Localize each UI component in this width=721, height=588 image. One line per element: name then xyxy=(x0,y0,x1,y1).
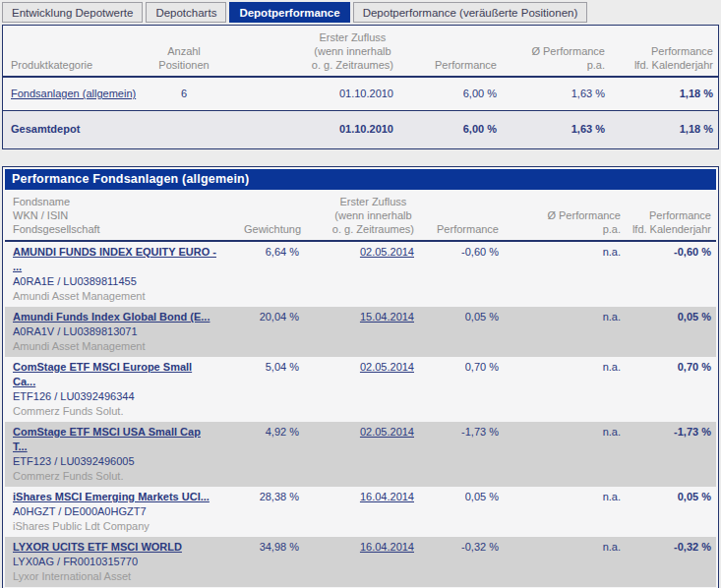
wkn-isin: A0RA1E / LU0389811455 xyxy=(13,274,234,289)
first-inflow-link[interactable]: 02.05.2014 xyxy=(360,426,414,438)
fund-name-link[interactable]: ComStage ETF MSCI Europe Small Ca... xyxy=(13,360,234,389)
tab-bar: Entwicklung DepotwerteDepotchartsDepotpe… xyxy=(0,0,721,23)
column-header: Erster Zufluss (wenn innerhalb o. g. Zei… xyxy=(304,190,419,241)
weight-cell: 4,92 % xyxy=(239,422,304,487)
fund-name-link[interactable]: ComStage ETF MSCI USA Small Cap T... xyxy=(13,425,234,454)
category-cell: Gesamtdepot xyxy=(3,111,150,149)
first-inflow-cell: 01.10.2010 xyxy=(217,111,398,149)
detail-panel-title: Performance Fondsanlagen (allgemein) xyxy=(5,169,716,190)
fund-row: AMUNDI FUNDS INDEX EQUITY EURO - ...A0RA… xyxy=(5,241,716,307)
performance-cell: 6,00 % xyxy=(398,77,502,111)
wkn-isin: ETF126 / LU0392496344 xyxy=(13,389,234,404)
fund-cell: LYXOR UCITS ETF MSCI WORLDLYX0AG / FR001… xyxy=(5,537,239,587)
fund-cell: ComStage ETF MSCI USA Small Cap T...ETF1… xyxy=(5,422,239,487)
first-inflow-link[interactable]: 15.04.2014 xyxy=(360,311,414,323)
weight-cell: 34,98 % xyxy=(239,537,304,587)
table-row: Gesamtdepot01.10.20106,00 %1,63 %1,18 % xyxy=(3,111,718,149)
performance-pa-cell: n.a. xyxy=(504,241,626,307)
performance-cell: 0,05 % xyxy=(419,487,504,537)
first-inflow-cell: 02.05.2014 xyxy=(304,422,419,487)
wkn-isin: LYX0AG / FR0010315770 xyxy=(13,555,234,569)
first-inflow-cell: 02.05.2014 xyxy=(304,241,419,307)
performance-cell: -0,60 % xyxy=(419,241,504,307)
first-inflow-cell: 01.10.2010 xyxy=(217,77,398,111)
fund-cell: ComStage ETF MSCI Europe Small Ca...ETF1… xyxy=(5,357,239,422)
column-header: Ø Performance p.a. xyxy=(502,26,610,77)
weight-cell: 5,04 % xyxy=(239,357,304,422)
first-inflow-link[interactable]: 16.04.2014 xyxy=(360,491,414,502)
performance-cell: -1,73 % xyxy=(419,422,504,487)
fund-company: Amundi Asset Management xyxy=(13,339,234,354)
column-header-text: Erster Zufluss (wenn innerhalb o. g. Zei… xyxy=(332,195,414,236)
fund-row: ComStage ETF MSCI USA Small Cap T...ETF1… xyxy=(5,422,716,487)
column-header: Performance lfd. Kalenderjahr xyxy=(626,190,716,241)
fund-row: ComStage ETF MSCI Europe Small Ca...ETF1… xyxy=(5,357,716,422)
fund-company: iShares Public Ldt Company xyxy=(13,519,234,534)
tab-entwicklung-depotwerte[interactable]: Entwicklung Depotwerte xyxy=(2,2,143,23)
performance-pa-cell: 1,63 % xyxy=(502,77,610,111)
table-row: Fondsanlagen (allgemein)601.10.20106,00 … xyxy=(3,77,718,111)
column-header: Ø Performance p.a. xyxy=(504,190,626,241)
performance-ytd-cell: 1,18 % xyxy=(610,111,718,149)
column-header: Gewichtung xyxy=(239,190,304,241)
performance-ytd-cell: -0,32 % xyxy=(626,537,716,587)
detail-table: Fondsname WKN / ISIN FondsgesellschaftGe… xyxy=(5,190,716,587)
summary-panel: ProduktkategorieAnzahl PositionenErster … xyxy=(2,25,719,149)
column-header: Fondsname WKN / ISIN Fondsgesellschaft xyxy=(5,190,239,241)
tab-depotcharts[interactable]: Depotcharts xyxy=(146,2,226,23)
fund-row: iShares MSCI Emerging Markets UCI...A0HG… xyxy=(5,487,716,537)
category-link[interactable]: Fondsanlagen (allgemein) xyxy=(11,88,136,99)
performance-pa-cell: n.a. xyxy=(504,307,626,357)
wkn-isin: A0HGZT / DE000A0HGZT7 xyxy=(13,504,234,519)
fund-company: Lyxor International Asset xyxy=(13,569,234,584)
fund-cell: iShares MSCI Emerging Markets UCI...A0HG… xyxy=(5,487,239,537)
tab-depotperformance[interactable]: Depotperformance xyxy=(229,2,349,23)
fund-company: Commerz Funds Solut. xyxy=(13,404,234,419)
detail-table-header: Fondsname WKN / ISIN FondsgesellschaftGe… xyxy=(5,190,716,241)
performance-ytd-cell: 0,70 % xyxy=(626,357,716,422)
performance-cell: -0,32 % xyxy=(419,537,504,587)
wkn-isin: A0RA1V / LU0389813071 xyxy=(13,324,234,339)
category-cell: Fondsanlagen (allgemein) xyxy=(3,77,150,111)
performance-cell: 6,00 % xyxy=(398,111,502,149)
column-header: Performance xyxy=(398,26,502,77)
weight-cell: 28,38 % xyxy=(239,487,304,537)
fund-name-link[interactable]: iShares MSCI Emerging Markets UCI... xyxy=(13,490,234,504)
performance-ytd-cell: 0,05 % xyxy=(626,487,716,537)
first-inflow-link[interactable]: 02.05.2014 xyxy=(360,246,414,258)
performance-ytd-cell: -1,73 % xyxy=(626,422,716,487)
fund-cell: AMUNDI FUNDS INDEX EQUITY EURO - ...A0RA… xyxy=(5,241,239,307)
performance-ytd-cell: -0,60 % xyxy=(626,241,716,307)
fund-name-link[interactable]: LYXOR UCITS ETF MSCI WORLD xyxy=(13,540,234,555)
first-inflow-cell: 15.04.2014 xyxy=(304,307,419,357)
first-inflow-link[interactable]: 02.05.2014 xyxy=(360,361,414,373)
weight-cell: 6,64 % xyxy=(239,241,304,307)
weight-cell: 20,04 % xyxy=(239,307,304,357)
summary-table: ProduktkategorieAnzahl PositionenErster … xyxy=(3,26,718,148)
fund-name-link[interactable]: AMUNDI FUNDS INDEX EQUITY EURO - ... xyxy=(13,245,234,274)
performance-ytd-cell: 0,05 % xyxy=(626,307,716,357)
performance-pa-cell: 1,63 % xyxy=(502,111,610,149)
first-inflow-cell: 02.05.2014 xyxy=(304,357,419,422)
detail-panel: Performance Fondsanlagen (allgemein) Fon… xyxy=(2,166,719,588)
fund-row: LYXOR UCITS ETF MSCI WORLDLYX0AG / FR001… xyxy=(5,537,716,587)
performance-cell: 0,70 % xyxy=(419,357,504,422)
column-header: Performance xyxy=(419,190,504,241)
performance-pa-cell: n.a. xyxy=(504,537,626,587)
first-inflow-cell: 16.04.2014 xyxy=(304,487,419,537)
tab-depotperformance-ver-u-erte-positionen[interactable]: Depotperformance (veräußerte Positionen) xyxy=(353,2,588,23)
performance-pa-cell: n.a. xyxy=(504,422,626,487)
column-header: Erster Zufluss (wenn innerhalb o. g. Zei… xyxy=(217,26,398,77)
fund-cell: Amundi Funds Index Global Bond (E...A0RA… xyxy=(5,307,239,357)
category-label: Gesamtdepot xyxy=(11,123,80,135)
fund-company: Amundi Asset Management xyxy=(13,289,234,304)
fund-name-link[interactable]: Amundi Funds Index Global Bond (E... xyxy=(13,310,234,324)
column-header: Anzahl Positionen xyxy=(150,26,217,77)
summary-table-header: ProduktkategorieAnzahl PositionenErster … xyxy=(3,26,718,77)
fund-company: Commerz Funds Solut. xyxy=(13,469,234,484)
wkn-isin: ETF123 / LU0392496005 xyxy=(13,454,234,469)
first-inflow-link[interactable]: 16.04.2014 xyxy=(360,541,414,553)
fund-row: Amundi Funds Index Global Bond (E...A0RA… xyxy=(5,307,716,357)
column-header: Performance lfd. Kalenderjahr xyxy=(610,26,718,77)
performance-pa-cell: n.a. xyxy=(504,357,626,422)
